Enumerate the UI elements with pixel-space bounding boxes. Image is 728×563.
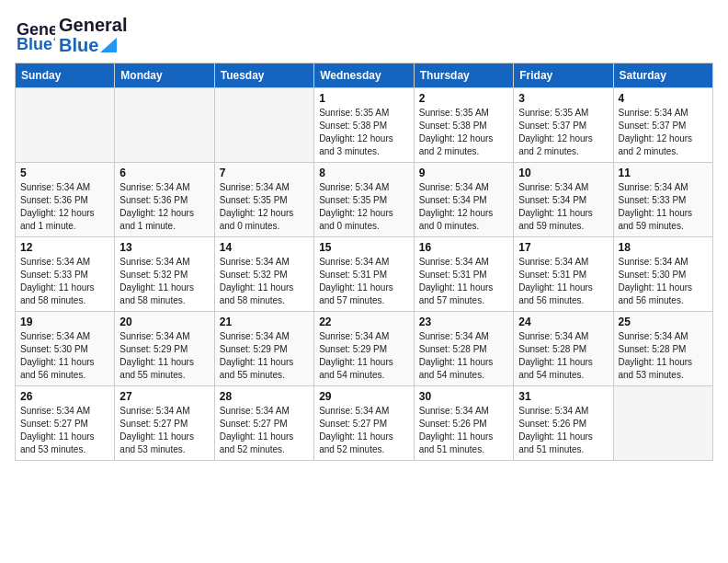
day-number: 9 <box>419 167 508 179</box>
day-number: 18 <box>619 241 709 254</box>
day-info: Sunrise: 5:34 AM Sunset: 5:35 PM Dayligh… <box>220 181 309 233</box>
day-info: Sunrise: 5:34 AM Sunset: 5:29 PM Dayligh… <box>220 330 309 382</box>
calendar-cell: 21Sunrise: 5:34 AM Sunset: 5:29 PM Dayli… <box>214 312 313 386</box>
calendar-cell: 25Sunrise: 5:34 AM Sunset: 5:28 PM Dayli… <box>613 312 713 386</box>
calendar-cell: 2Sunrise: 5:35 AM Sunset: 5:38 PM Daylig… <box>414 88 513 163</box>
calendar-cell: 11Sunrise: 5:34 AM Sunset: 5:33 PM Dayli… <box>613 163 713 237</box>
calendar-week-row: 5Sunrise: 5:34 AM Sunset: 5:36 PM Daylig… <box>16 163 713 237</box>
day-info: Sunrise: 5:34 AM Sunset: 5:29 PM Dayligh… <box>119 330 209 382</box>
calendar-cell <box>115 88 214 163</box>
day-number: 21 <box>220 316 309 328</box>
day-number: 12 <box>20 241 109 254</box>
day-number: 30 <box>419 390 508 403</box>
day-number: 24 <box>518 316 608 328</box>
calendar-cell: 28Sunrise: 5:34 AM Sunset: 5:27 PM Dayli… <box>214 386 313 461</box>
calendar-cell: 31Sunrise: 5:34 AM Sunset: 5:26 PM Dayli… <box>514 386 613 461</box>
day-number: 14 <box>220 241 309 254</box>
day-number: 3 <box>518 92 608 105</box>
day-info: Sunrise: 5:34 AM Sunset: 5:37 PM Dayligh… <box>619 107 709 158</box>
calendar-cell: 30Sunrise: 5:34 AM Sunset: 5:26 PM Dayli… <box>414 386 513 461</box>
day-number: 22 <box>319 316 409 328</box>
calendar-cell: 27Sunrise: 5:34 AM Sunset: 5:27 PM Dayli… <box>115 386 214 461</box>
day-number: 19 <box>20 316 109 328</box>
day-info: Sunrise: 5:34 AM Sunset: 5:28 PM Dayligh… <box>419 330 508 382</box>
day-number: 2 <box>419 92 508 105</box>
calendar-table: SundayMondayTuesdayWednesdayThursdayFrid… <box>15 63 713 461</box>
day-number: 20 <box>119 316 209 328</box>
calendar-cell: 15Sunrise: 5:34 AM Sunset: 5:31 PM Dayli… <box>314 237 415 312</box>
calendar-header-row: SundayMondayTuesdayWednesdayThursdayFrid… <box>16 63 713 88</box>
calendar-cell: 7Sunrise: 5:34 AM Sunset: 5:35 PM Daylig… <box>214 163 313 237</box>
calendar-cell: 19Sunrise: 5:34 AM Sunset: 5:30 PM Dayli… <box>16 312 115 386</box>
day-number: 25 <box>619 316 709 328</box>
calendar-cell: 6Sunrise: 5:34 AM Sunset: 5:36 PM Daylig… <box>115 163 214 237</box>
day-number: 23 <box>419 316 508 328</box>
day-number: 10 <box>518 167 608 179</box>
calendar-cell: 22Sunrise: 5:34 AM Sunset: 5:29 PM Dayli… <box>314 312 415 386</box>
day-number: 4 <box>619 92 709 105</box>
logo: General Blue General Blue <box>15 15 127 55</box>
calendar-cell: 18Sunrise: 5:34 AM Sunset: 5:30 PM Dayli… <box>613 237 713 312</box>
calendar-cell: 10Sunrise: 5:34 AM Sunset: 5:34 PM Dayli… <box>514 163 613 237</box>
logo-blue-text: Blue <box>59 35 98 55</box>
weekday-header-sunday: Sunday <box>16 63 115 88</box>
day-info: Sunrise: 5:35 AM Sunset: 5:38 PM Dayligh… <box>319 107 409 158</box>
calendar-cell <box>16 88 115 163</box>
calendar-cell: 26Sunrise: 5:34 AM Sunset: 5:27 PM Dayli… <box>16 386 115 461</box>
day-info: Sunrise: 5:34 AM Sunset: 5:28 PM Dayligh… <box>619 330 709 382</box>
day-number: 28 <box>220 390 309 403</box>
day-number: 29 <box>319 390 409 403</box>
calendar-cell: 1Sunrise: 5:35 AM Sunset: 5:38 PM Daylig… <box>314 88 415 163</box>
calendar-cell: 24Sunrise: 5:34 AM Sunset: 5:28 PM Dayli… <box>514 312 613 386</box>
day-number: 6 <box>119 167 209 179</box>
day-number: 16 <box>419 241 508 254</box>
day-info: Sunrise: 5:34 AM Sunset: 5:30 PM Dayligh… <box>20 330 109 382</box>
calendar-cell: 23Sunrise: 5:34 AM Sunset: 5:28 PM Dayli… <box>414 312 513 386</box>
calendar-cell: 8Sunrise: 5:34 AM Sunset: 5:35 PM Daylig… <box>314 163 415 237</box>
day-info: Sunrise: 5:34 AM Sunset: 5:26 PM Dayligh… <box>518 405 608 456</box>
weekday-header-thursday: Thursday <box>414 63 513 88</box>
calendar-week-row: 1Sunrise: 5:35 AM Sunset: 5:38 PM Daylig… <box>16 88 713 163</box>
day-info: Sunrise: 5:34 AM Sunset: 5:27 PM Dayligh… <box>20 405 109 456</box>
page-header: General Blue General Blue <box>15 15 713 55</box>
svg-marker-3 <box>100 38 117 52</box>
logo-general-text: General <box>59 15 127 35</box>
day-info: Sunrise: 5:34 AM Sunset: 5:32 PM Dayligh… <box>119 256 209 307</box>
calendar-cell <box>613 386 713 461</box>
weekday-header-saturday: Saturday <box>613 63 713 88</box>
calendar-cell: 13Sunrise: 5:34 AM Sunset: 5:32 PM Dayli… <box>115 237 214 312</box>
weekday-header-tuesday: Tuesday <box>214 63 313 88</box>
day-number: 1 <box>319 92 409 105</box>
day-info: Sunrise: 5:34 AM Sunset: 5:36 PM Dayligh… <box>20 181 109 233</box>
calendar-week-row: 12Sunrise: 5:34 AM Sunset: 5:33 PM Dayli… <box>16 237 713 312</box>
calendar-cell: 17Sunrise: 5:34 AM Sunset: 5:31 PM Dayli… <box>514 237 613 312</box>
weekday-header-monday: Monday <box>115 63 214 88</box>
calendar-cell: 3Sunrise: 5:35 AM Sunset: 5:37 PM Daylig… <box>514 88 613 163</box>
calendar-cell: 29Sunrise: 5:34 AM Sunset: 5:27 PM Dayli… <box>314 386 415 461</box>
day-info: Sunrise: 5:34 AM Sunset: 5:27 PM Dayligh… <box>319 405 409 456</box>
logo-icon: General Blue <box>15 15 55 55</box>
day-info: Sunrise: 5:34 AM Sunset: 5:27 PM Dayligh… <box>119 405 209 456</box>
day-info: Sunrise: 5:34 AM Sunset: 5:34 PM Dayligh… <box>419 181 508 233</box>
day-number: 17 <box>518 241 608 254</box>
day-number: 26 <box>20 390 109 403</box>
day-info: Sunrise: 5:34 AM Sunset: 5:28 PM Dayligh… <box>518 330 608 382</box>
day-number: 11 <box>619 167 709 179</box>
day-info: Sunrise: 5:34 AM Sunset: 5:36 PM Dayligh… <box>119 181 209 233</box>
day-info: Sunrise: 5:35 AM Sunset: 5:38 PM Dayligh… <box>419 107 508 158</box>
day-info: Sunrise: 5:34 AM Sunset: 5:32 PM Dayligh… <box>220 256 309 307</box>
day-number: 31 <box>518 390 608 403</box>
svg-text:Blue: Blue <box>17 35 52 53</box>
calendar-cell: 20Sunrise: 5:34 AM Sunset: 5:29 PM Dayli… <box>115 312 214 386</box>
calendar-cell: 5Sunrise: 5:34 AM Sunset: 5:36 PM Daylig… <box>16 163 115 237</box>
day-number: 15 <box>319 241 409 254</box>
calendar-cell: 9Sunrise: 5:34 AM Sunset: 5:34 PM Daylig… <box>414 163 513 237</box>
calendar-week-row: 19Sunrise: 5:34 AM Sunset: 5:30 PM Dayli… <box>16 312 713 386</box>
day-number: 27 <box>119 390 209 403</box>
calendar-cell: 12Sunrise: 5:34 AM Sunset: 5:33 PM Dayli… <box>16 237 115 312</box>
day-info: Sunrise: 5:34 AM Sunset: 5:31 PM Dayligh… <box>518 256 608 307</box>
day-number: 7 <box>220 167 309 179</box>
day-info: Sunrise: 5:34 AM Sunset: 5:27 PM Dayligh… <box>220 405 309 456</box>
day-info: Sunrise: 5:34 AM Sunset: 5:33 PM Dayligh… <box>619 181 709 233</box>
day-number: 8 <box>319 167 409 179</box>
